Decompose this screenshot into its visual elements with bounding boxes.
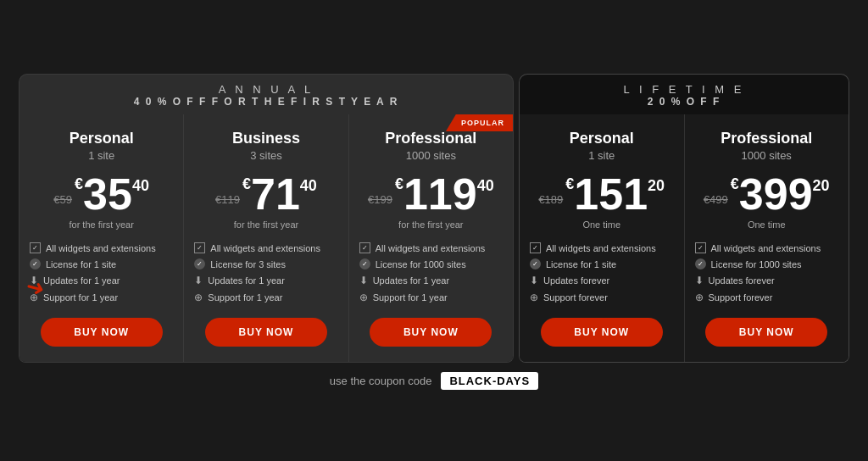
annual-section-header: A N N U A L 4 0 % O F F F O R T H E F I … xyxy=(19,74,514,114)
headset-icon: ⊕ xyxy=(194,292,203,303)
feature-item: ⊕ Support for 1 year xyxy=(30,289,173,306)
lifetime-title: L I F E T I M E xyxy=(520,83,849,96)
download-icon: ⬇ xyxy=(194,275,203,286)
lifetime-personal-card: Personal 1 site €189 € 151 20 One time ✓… xyxy=(520,114,685,362)
lifetime-personal-cents: 20 xyxy=(648,177,665,195)
headset-icon: ⊕ xyxy=(359,292,368,303)
coupon-code: BLACK-DAYS xyxy=(441,372,538,390)
lifetime-personal-features: ✓ All widgets and extensions ✓ License f… xyxy=(530,240,674,306)
annual-professional-price: 119 xyxy=(403,172,477,216)
lifetime-professional-old-price: €499 xyxy=(704,193,728,206)
lifetime-personal-price: 151 xyxy=(574,172,648,216)
lifetime-subtitle: 2 0 % O F F xyxy=(520,96,849,108)
lifetime-professional-sites: 1000 sites xyxy=(742,149,792,162)
feature-item: ✓ All widgets and extensions xyxy=(194,240,337,256)
check-circle-icon: ✓ xyxy=(530,258,541,269)
annual-professional-card: POPULAR Professional 1000 sites €199 € 1… xyxy=(349,114,513,362)
checkbox-icon: ✓ xyxy=(194,242,205,253)
checkbox-icon: ✓ xyxy=(695,242,706,253)
annual-title: A N N U A L xyxy=(19,83,513,96)
feature-item: ✓ License for 3 sites xyxy=(194,256,337,272)
annual-personal-features: ✓ All widgets and extensions ✓ License f… xyxy=(30,240,173,306)
feature-item: ✓ License for 1000 sites xyxy=(359,256,503,272)
download-icon: ⬇ xyxy=(530,275,538,286)
annual-personal-buy-button[interactable]: BUY NOW xyxy=(41,318,163,347)
annual-business-sites: 3 sites xyxy=(250,149,282,162)
check-circle-icon: ✓ xyxy=(30,258,41,269)
download-icon: ⬇ xyxy=(695,275,704,286)
feature-item: ⬇ Updates for 1 year xyxy=(194,272,337,289)
annual-business-price: 71 xyxy=(251,172,300,216)
annual-personal-currency: € xyxy=(75,175,83,193)
lifetime-professional-price: 399 xyxy=(739,172,813,216)
annual-professional-old-price: €199 xyxy=(368,193,392,206)
check-circle-icon: ✓ xyxy=(194,258,205,269)
annual-business-name: Business xyxy=(232,130,300,147)
headset-icon: ⊕ xyxy=(530,292,538,303)
annual-professional-period: for the first year xyxy=(398,219,463,230)
feature-item: ⊕ Support for 1 year xyxy=(359,289,503,306)
feature-item: ⊕ Support forever xyxy=(695,289,839,306)
checkbox-icon: ✓ xyxy=(30,242,41,253)
download-icon: ⬇ xyxy=(359,275,368,286)
lifetime-personal-sites: 1 site xyxy=(588,149,615,162)
annual-personal-price: 35 xyxy=(83,172,132,216)
feature-item: ⬇ Updates forever xyxy=(695,272,839,289)
checkbox-icon: ✓ xyxy=(530,242,541,253)
lifetime-personal-name: Personal xyxy=(570,130,634,147)
annual-business-card: Business 3 sites €119 € 71 40 for the fi… xyxy=(184,114,348,362)
annual-business-currency: € xyxy=(242,175,251,193)
lifetime-professional-cents: 20 xyxy=(813,177,830,195)
lifetime-professional-currency: € xyxy=(731,175,739,193)
annual-business-cents: 40 xyxy=(300,177,317,195)
lifetime-professional-features: ✓ All widgets and extensions ✓ License f… xyxy=(695,240,839,306)
lifetime-personal-period: One time xyxy=(582,219,620,230)
annual-personal-sites: 1 site xyxy=(88,149,114,162)
annual-professional-sites: 1000 sites xyxy=(406,149,456,162)
annual-professional-name: Professional xyxy=(385,130,476,147)
annual-personal-name: Personal xyxy=(70,130,134,147)
feature-item: ✓ All widgets and extensions xyxy=(530,240,674,256)
coupon-section: use the coupon code BLACK-DAYS xyxy=(19,375,849,387)
headset-icon: ⊕ xyxy=(695,292,704,303)
lifetime-professional-card: Professional 1000 sites €499 € 399 20 On… xyxy=(685,114,849,362)
annual-personal-cents: 40 xyxy=(132,177,149,195)
annual-personal-old-price: €59 xyxy=(53,193,72,206)
annual-business-buy-button[interactable]: BUY NOW xyxy=(205,318,327,347)
lifetime-personal-currency: € xyxy=(565,175,574,193)
annual-personal-period: for the first year xyxy=(69,219,133,230)
annual-professional-features: ✓ All widgets and extensions ✓ License f… xyxy=(359,240,503,306)
checkbox-icon: ✓ xyxy=(359,242,370,253)
lifetime-professional-period: One time xyxy=(748,219,786,230)
lifetime-professional-name: Professional xyxy=(721,130,812,147)
lifetime-personal-buy-button[interactable]: BUY NOW xyxy=(541,318,663,347)
feature-item: ⊕ Support forever xyxy=(530,289,674,306)
annual-professional-cents: 40 xyxy=(477,177,494,195)
feature-item: ✓ All widgets and extensions xyxy=(359,240,503,256)
annual-professional-currency: € xyxy=(395,175,403,193)
lifetime-professional-buy-button[interactable]: BUY NOW xyxy=(705,318,827,347)
popular-badge: POPULAR xyxy=(446,114,513,131)
feature-item: ✓ All widgets and extensions xyxy=(695,240,839,256)
feature-item: ✓ License for 1 site xyxy=(30,256,173,272)
feature-item: ⬇ Updates forever xyxy=(530,272,674,289)
check-circle-icon: ✓ xyxy=(359,258,370,269)
annual-business-period: for the first year xyxy=(234,219,298,230)
feature-item: ⬇ Updates for 1 year xyxy=(30,272,173,289)
annual-personal-card: Personal 1 site €59 € 35 40 for the firs… xyxy=(19,114,184,362)
annual-professional-buy-button[interactable]: BUY NOW xyxy=(370,318,492,347)
annual-business-features: ✓ All widgets and extensions ✓ License f… xyxy=(194,240,337,306)
feature-item: ✓ License for 1000 sites xyxy=(695,256,839,272)
lifetime-personal-old-price: €189 xyxy=(538,193,563,206)
feature-item: ✓ License for 1 site xyxy=(530,256,674,272)
annual-subtitle: 4 0 % O F F F O R T H E F I R S T Y E A … xyxy=(19,96,513,108)
lifetime-section-header: L I F E T I M E 2 0 % O F F xyxy=(519,74,849,114)
check-circle-icon: ✓ xyxy=(695,258,706,269)
annual-business-old-price: €119 xyxy=(215,193,240,206)
coupon-label: use the coupon code xyxy=(330,375,432,387)
feature-item: ✓ All widgets and extensions xyxy=(30,240,173,256)
feature-item: ⊕ Support for 1 year xyxy=(194,289,337,306)
feature-item: ⬇ Updates for 1 year xyxy=(359,272,503,289)
